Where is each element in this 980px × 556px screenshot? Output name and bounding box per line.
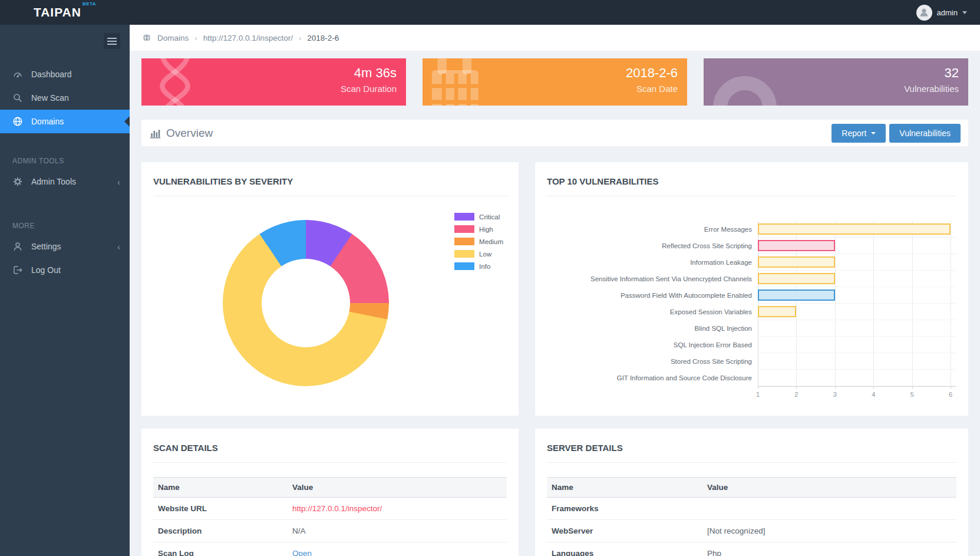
row-value: Php — [702, 542, 956, 556]
chevron-down-icon — [962, 11, 967, 14]
stat-card-scan-duration: 4m 36s Scan Duration — [141, 58, 406, 106]
breadcrumb-domains[interactable]: Domains — [157, 34, 189, 42]
report-button[interactable]: Report — [831, 124, 886, 143]
username: admin — [937, 8, 958, 17]
legend-swatch-high — [454, 225, 474, 233]
sidebar-item-label: Admin Tools — [31, 177, 76, 186]
bar-label: Reflected Cross Site Scripting — [547, 242, 758, 249]
bar-label: Information Leakage — [547, 259, 758, 266]
website-url-link[interactable]: http://127.0.0.1/inspector/ — [292, 504, 382, 513]
legend-label: Info — [479, 263, 490, 270]
server-details-table: Name Value Frameworks WebServer [Not rec… — [547, 477, 956, 556]
avatar — [916, 5, 932, 21]
bar-row: GIT Information and Source Code Disclosu… — [547, 370, 956, 386]
sidebar-item-dashboard[interactable]: Dashboard — [0, 62, 130, 86]
legend-label: Medium — [479, 238, 503, 245]
sidebar-toggle-button[interactable] — [104, 33, 120, 49]
row-name: Scan Log — [153, 542, 288, 556]
table-row: Description N/A — [153, 520, 507, 542]
bar-row: Information Leakage — [547, 254, 956, 271]
top10-bar-chart: Error Messages Reflected Cross Site Scri… — [547, 221, 956, 400]
stat-card-scan-date: 2018-2-6 Scan Date — [423, 58, 687, 106]
sidebar-item-label: Log Out — [31, 265, 61, 275]
report-button-label: Report — [842, 129, 866, 138]
sidebar: Dashboard New Scan Domains ADMIN TOOLS — [0, 25, 130, 556]
hourglass-icon — [150, 58, 200, 106]
stat-label: Scan Duration — [341, 82, 397, 96]
user-menu[interactable]: admin — [916, 5, 980, 21]
sidebar-item-label: Dashboard — [31, 70, 72, 79]
caret-down-icon — [871, 132, 876, 134]
top10-panel-title: TOP 10 VULNERABILITIES — [547, 173, 956, 196]
user-icon — [919, 8, 929, 17]
bar-row: Blind SQL Injection — [547, 320, 956, 337]
gear-icon — [12, 176, 23, 187]
bar-label: Blind SQL Injection — [547, 325, 758, 332]
legend-swatch-low — [454, 250, 474, 258]
bar — [758, 306, 796, 317]
table-row: Scan Log Open — [153, 542, 507, 556]
row-value: [Not recognized] — [702, 520, 956, 542]
legend-item: Low — [454, 250, 503, 258]
vulnerabilities-button[interactable]: Vulnerabilities — [889, 124, 961, 143]
column-header-value: Value — [702, 478, 956, 498]
bar-row: Error Messages — [547, 221, 956, 238]
legend-label: Critical — [479, 213, 500, 221]
breadcrumb-current: 2018-2-6 — [307, 34, 339, 42]
stat-label: Vulnerabilities — [904, 82, 959, 96]
sidebar-item-new-scan[interactable]: New Scan — [0, 86, 130, 110]
bar-row: Stored Cross Site Scripting — [547, 353, 956, 370]
bar — [758, 273, 835, 284]
logout-icon — [12, 265, 23, 275]
breadcrumb-url[interactable]: http://127.0.0.1/inspector/ — [203, 34, 293, 42]
column-header-value: Value — [288, 478, 507, 498]
server-details-panel: SERVER DETAILS Name Value Frameworks Web… — [535, 429, 968, 556]
axis-tick: 4 — [872, 391, 875, 398]
legend-swatch-info — [454, 262, 474, 270]
gauge-icon — [12, 69, 23, 80]
column-header-name: Name — [547, 478, 702, 498]
chevron-left-icon: ‹ — [117, 177, 120, 187]
bar-label: SQL Injection Error Based — [547, 341, 758, 348]
bar-row: Reflected Cross Site Scripting — [547, 238, 956, 254]
sidebar-item-admin-tools[interactable]: Admin Tools ‹ — [0, 170, 130, 193]
globe-icon — [12, 116, 23, 127]
axis-tick: 1 — [756, 391, 760, 398]
sidebar-item-log-out[interactable]: Log Out — [0, 258, 130, 282]
legend-label: Low — [479, 251, 491, 258]
bar-chart-icon — [149, 127, 161, 139]
table-row: WebServer [Not recognized] — [547, 520, 956, 542]
logo[interactable]: TAIPAN BETA — [0, 5, 130, 19]
row-name: Languages — [547, 542, 702, 556]
bar-row: Sensitive Information Sent Via Unencrypt… — [547, 271, 956, 287]
bar-row: Password Field With Autocomplete Enabled — [547, 287, 956, 304]
globe-icon — [142, 33, 151, 42]
legend-item: Medium — [454, 238, 503, 245]
bar — [758, 289, 835, 301]
sidebar-item-settings[interactable]: Settings ‹ — [0, 235, 130, 258]
legend-item: Critical — [454, 213, 503, 221]
bar — [758, 223, 951, 235]
overview-title: Overview — [149, 127, 213, 140]
sidebar-section-more: MORE — [0, 222, 130, 230]
sidebar-item-domains[interactable]: Domains — [0, 110, 130, 133]
search-icon — [12, 93, 23, 103]
legend-swatch-medium — [454, 238, 474, 245]
bar-label: Password Field With Autocomplete Enabled — [547, 292, 758, 299]
table-row: Languages Php — [547, 542, 956, 556]
bar-label: Stored Cross Site Scripting — [547, 358, 758, 365]
sidebar-item-label: Domains — [31, 117, 64, 126]
main-content: Domains › http://127.0.0.1/inspector/ › … — [130, 25, 980, 556]
overview-title-text: Overview — [166, 127, 213, 140]
axis-tick: 6 — [949, 391, 952, 398]
row-name: WebServer — [547, 520, 702, 542]
row-name: Frameworks — [547, 498, 702, 520]
bar-label: Exposed Session Variables — [547, 308, 758, 315]
scan-log-open-link[interactable]: Open — [292, 549, 312, 556]
table-row: Frameworks — [547, 498, 956, 520]
overview-toolbar: Overview Report Vulnerabilities — [141, 120, 968, 146]
chevron-left-icon: ‹ — [117, 242, 120, 252]
stat-label: Scan Date — [626, 82, 678, 96]
legend-swatch-critical — [454, 213, 474, 221]
x-axis: 1 2 3 4 5 6 — [758, 386, 956, 400]
